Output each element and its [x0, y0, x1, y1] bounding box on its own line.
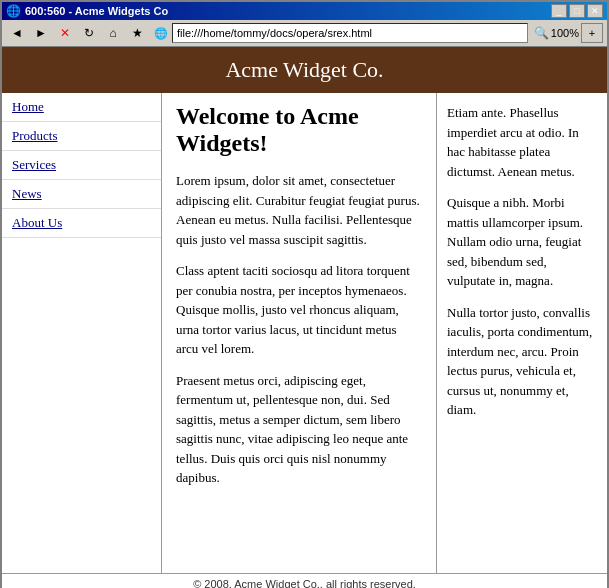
right-panel: Etiam ante. Phasellus imperdiet arcu at …	[437, 93, 607, 573]
close-button[interactable]: ✕	[587, 4, 603, 18]
main-content: Welcome to Acme Widgets! Lorem ipsum, do…	[162, 93, 437, 573]
window-icon: 🌐	[6, 4, 21, 18]
site-title: Acme Widget Co.	[225, 57, 383, 82]
footer: © 2008, Acme Widget Co., all rights rese…	[2, 573, 607, 588]
toolbar: ◄ ► ✕ ↻ ⌂ ★ 🌐 🔍 100% +	[2, 20, 607, 47]
title-bar: 🌐 600:560 - Acme Widgets Co _ □ ✕	[2, 2, 607, 20]
address-label: 🌐	[154, 27, 168, 40]
nav-item-products[interactable]: Products	[2, 122, 161, 151]
right-paragraph-3: Nulla tortor justo, convallis iaculis, p…	[447, 303, 597, 420]
nav-item-home[interactable]: Home	[2, 93, 161, 122]
stop-button[interactable]: ✕	[54, 22, 76, 44]
right-paragraph-2: Quisque a nibh. Morbi mattis ullamcorper…	[447, 193, 597, 291]
site-header: Acme Widget Co.	[2, 47, 607, 93]
forward-button[interactable]: ►	[30, 22, 52, 44]
home-button[interactable]: ⌂	[102, 22, 124, 44]
main-heading: Welcome to Acme Widgets!	[176, 103, 422, 157]
title-bar-left: 🌐 600:560 - Acme Widgets Co	[6, 4, 168, 18]
footer-text: © 2008, Acme Widget Co., all rights rese…	[193, 578, 416, 588]
window-chrome: 🌐 600:560 - Acme Widgets Co _ □ ✕ ◄ ► ✕ …	[0, 0, 609, 588]
nav-item-services[interactable]: Services	[2, 151, 161, 180]
title-bar-controls: _ □ ✕	[551, 4, 603, 18]
main-paragraph-3: Praesent metus orci, adipiscing eget, fe…	[176, 371, 422, 488]
minimize-button[interactable]: _	[551, 4, 567, 18]
window-title: 600:560 - Acme Widgets Co	[25, 5, 168, 17]
back-button[interactable]: ◄	[6, 22, 28, 44]
nav-item-about[interactable]: About Us	[2, 209, 161, 238]
sidebar: Home Products Services News About Us	[2, 93, 162, 573]
zoom-box: 🔍 100% +	[534, 23, 603, 43]
bookmark-button[interactable]: ★	[126, 22, 148, 44]
zoom-level: 100%	[551, 27, 579, 39]
right-paragraph-1: Etiam ante. Phasellus imperdiet arcu at …	[447, 103, 597, 181]
zoom-button[interactable]: +	[581, 23, 603, 43]
main-paragraph-2: Class aptent taciti sociosqu ad litora t…	[176, 261, 422, 359]
main-paragraph-1: Lorem ipsum, dolor sit amet, consectetue…	[176, 171, 422, 249]
nav-item-news[interactable]: News	[2, 180, 161, 209]
reload-button[interactable]: ↻	[78, 22, 100, 44]
content-area: Home Products Services News About Us Wel…	[2, 93, 607, 573]
address-input[interactable]	[172, 23, 528, 43]
address-bar: 🌐	[154, 23, 528, 43]
magnifier-icon: 🔍	[534, 26, 549, 40]
maximize-button[interactable]: □	[569, 4, 585, 18]
